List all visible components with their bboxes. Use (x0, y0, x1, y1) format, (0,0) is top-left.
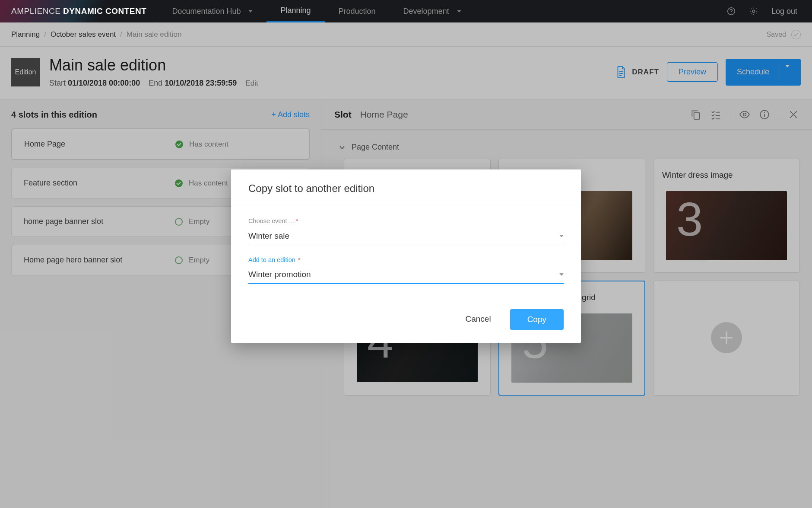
copy-slot-dialog: Copy slot to another edition Choose even… (231, 169, 581, 343)
dialog-title: Copy slot to another edition (231, 169, 581, 206)
event-field-label: Choose event …* (248, 217, 564, 224)
edition-select[interactable]: Winter promotion (248, 266, 564, 284)
chevron-down-icon (559, 235, 564, 237)
copy-button[interactable]: Copy (510, 309, 564, 330)
brand-logo: AMPLIENCE DYNAMIC CONTENT (0, 6, 158, 16)
edition-field-label: Add to an edition * (248, 256, 564, 263)
chevron-down-icon (559, 273, 564, 276)
event-select[interactable]: Winter sale (248, 227, 564, 245)
cancel-button[interactable]: Cancel (457, 309, 498, 330)
